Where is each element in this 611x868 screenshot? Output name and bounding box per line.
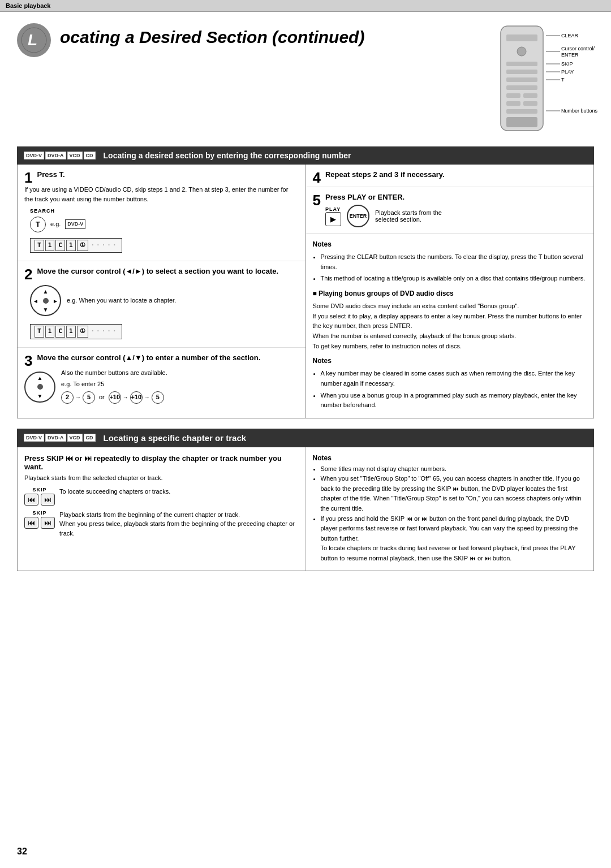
section1-badges: DVD-V DVD-A VCD CD xyxy=(24,152,96,159)
page-container: L ocating a Desired Section (continued) xyxy=(0,12,611,582)
svg-rect-3 xyxy=(506,34,537,41)
skip-prev-icon-1: ⏮ xyxy=(24,494,38,506)
bonus-section: Playing bonus groups of DVD audio discs … xyxy=(313,288,587,351)
bonus-body-2: If you select it to play, a display appe… xyxy=(313,312,587,331)
svg-text:Number buttons: Number buttons xyxy=(561,108,598,114)
sec2-badge-dvda: DVD-A xyxy=(45,434,66,442)
step-1-body: If you are using a VIDEO CD/audio CD, sk… xyxy=(24,185,299,255)
section2-right: Notes Some titles may not display chapte… xyxy=(306,447,594,571)
skip-next-icon-2: ⏭ xyxy=(41,517,55,529)
section2-badges: DVD-V DVD-A VCD CD xyxy=(24,434,96,442)
step-3-number: 3 xyxy=(24,353,32,368)
step-5-title: Press PLAY or ENTER. xyxy=(325,193,587,201)
right-notes-list: Pressing the CLEAR button resets the num… xyxy=(321,252,587,284)
display-ex-1: T 1 C 1 ① ····· xyxy=(30,238,122,253)
bonus-note-1: A key number may be cleared in some case… xyxy=(321,369,587,388)
step-1-title: Press T. xyxy=(37,170,298,179)
step-4-number: 4 xyxy=(313,170,321,185)
svg-rect-14 xyxy=(506,117,537,127)
skip-buttons-1: ⏮ ⏭ xyxy=(24,494,55,506)
step-5-block: 5 Press PLAY or ENTER. PLAY ▶ ENTER Play… xyxy=(306,187,594,234)
step-2-body: ◄ ► ▲ ▼ e.g. When you want to locate a c… xyxy=(24,282,299,342)
play-label: PLAY xyxy=(325,206,341,212)
svg-rect-13 xyxy=(506,109,537,114)
bonus-notes-title: Notes xyxy=(313,356,587,366)
num-5: 5 xyxy=(83,391,95,404)
section1-title: Locating a desired section by entering t… xyxy=(104,151,351,160)
step-4-title: Repeat steps 2 and 3 if necessary. xyxy=(325,170,587,179)
right-notes-block: Notes Pressing the CLEAR button resets t… xyxy=(306,234,594,418)
svg-rect-8 xyxy=(506,85,537,90)
svg-text:PLAY: PLAY xyxy=(561,69,574,75)
step-5-number: 5 xyxy=(313,193,321,208)
num-5b: 5 xyxy=(152,391,164,404)
page-title: ocating a Desired Section (continued) xyxy=(60,28,498,47)
skip-prev-icon-2: ⏮ xyxy=(24,517,38,529)
step-1-eg: SEARCH T e.g. DVD-V T 1 C 1 xyxy=(30,206,299,255)
step-3-block: 3 Move the cursor control (▲/▼) to enter… xyxy=(18,348,306,412)
header-label: Basic playback xyxy=(6,2,51,9)
eg-badge-dvdv: DVD-V xyxy=(65,219,85,230)
svg-text:T: T xyxy=(561,77,565,83)
svg-rect-7 xyxy=(506,77,537,82)
bonus-notes-list: A key number may be cleared in some case… xyxy=(321,369,587,410)
skip-group-2: SKIP ⏮ ⏭ xyxy=(24,510,55,529)
page-number: 32 xyxy=(17,847,27,857)
display-ex-2: T 1 C 1 ① ····· xyxy=(30,324,122,339)
skip-buttons-2: ⏮ ⏭ xyxy=(24,517,55,529)
cursor-control-1: ◄ ► ▲ ▼ xyxy=(30,285,61,316)
title-text: ocating a Desired Section (continued) xyxy=(60,23,498,47)
skip-next-icon-1: ⏭ xyxy=(41,494,55,506)
step-2-number: 2 xyxy=(24,267,32,282)
step-2-title: Move the cursor control (◄/►) to select … xyxy=(37,267,298,275)
badge-dvda: DVD-A xyxy=(45,152,66,159)
svg-rect-10 xyxy=(523,93,537,98)
svg-text:ENTER: ENTER xyxy=(561,52,579,58)
svg-rect-9 xyxy=(506,93,520,98)
skip-group-1: SKIP ⏮ ⏭ xyxy=(24,487,55,506)
title-section: L ocating a Desired Section (continued) xyxy=(17,23,594,136)
section2-note-1: Some titles may not display chapter numb… xyxy=(321,464,587,474)
svg-rect-12 xyxy=(523,101,537,106)
step-3-eg: e.g. To enter 25 xyxy=(61,379,167,389)
step-2-block: 2 Move the cursor control (◄/►) to selec… xyxy=(18,261,306,348)
bonus-notes: Notes A key number may be cleared in som… xyxy=(313,356,587,411)
badge-vcd: VCD xyxy=(67,152,83,159)
svg-text:L: L xyxy=(28,31,37,49)
svg-rect-6 xyxy=(506,70,537,74)
play-enter-row: PLAY ▶ ENTER Playback starts from the se… xyxy=(325,205,587,227)
skip-text-1: To locate succeeding chapters or tracks. xyxy=(59,487,170,496)
num-plus10-1: +10 xyxy=(109,391,121,404)
right-note-1: Pressing the CLEAR button resets the num… xyxy=(321,252,587,272)
sec2-badge-dvdv: DVD-V xyxy=(24,434,44,442)
skip-text-2: Playback starts from the beginning of th… xyxy=(59,510,299,538)
svg-text:SKIP: SKIP xyxy=(561,61,573,67)
step-1-number: 1 xyxy=(24,170,32,185)
svg-rect-11 xyxy=(506,101,520,106)
section2-notes-title: Notes xyxy=(313,454,587,462)
section2-main-instruction: Press SKIP ⏮ or ⏭ repeatedly to display … xyxy=(24,454,299,471)
bonus-body-1: Some DVD audio discs may include an extr… xyxy=(313,301,587,312)
bonus-body-4: To get key numbers, refer to instruction… xyxy=(313,342,587,352)
right-notes-title: Notes xyxy=(313,239,587,250)
svg-rect-5 xyxy=(506,62,537,66)
sec2-badge-vcd: VCD xyxy=(67,434,83,442)
search-label: SEARCH xyxy=(30,208,55,214)
section2-note-2: When you set "Title/Group Stop" to "Off"… xyxy=(321,474,587,513)
eg-label: e.g. xyxy=(50,219,61,229)
two-col-layout: 1 Press T. If you are using a VIDEO CD/a… xyxy=(17,165,594,418)
num-plus10-2: +10 xyxy=(130,391,143,404)
svg-point-4 xyxy=(517,47,526,56)
section2-title: Locating a specific chapter or track xyxy=(104,433,247,443)
step-4-block: 4 Repeat steps 2 and 3 if necessary. xyxy=(306,165,594,187)
step-2-eg: ◄ ► ▲ ▼ e.g. When you want to locate a c… xyxy=(30,282,299,342)
step-1-block: 1 Press T. If you are using a VIDEO CD/a… xyxy=(18,165,306,261)
step-5-body: Playback starts from the selected sectio… xyxy=(375,209,466,223)
bonus-title: Playing bonus groups of DVD audio discs xyxy=(313,288,587,299)
bonus-body: Some DVD audio discs may include an extr… xyxy=(313,301,587,351)
cursor-control-2: ▲ ▼ xyxy=(24,372,55,403)
header-bar: Basic playback xyxy=(0,0,611,12)
enter-button-icon: ENTER xyxy=(347,205,369,227)
section2-note-3: If you press and hold the SKIP ⏮ or ⏭ bu… xyxy=(321,514,587,564)
section1-header: DVD-V DVD-A VCD CD Locating a desired se… xyxy=(17,146,594,165)
